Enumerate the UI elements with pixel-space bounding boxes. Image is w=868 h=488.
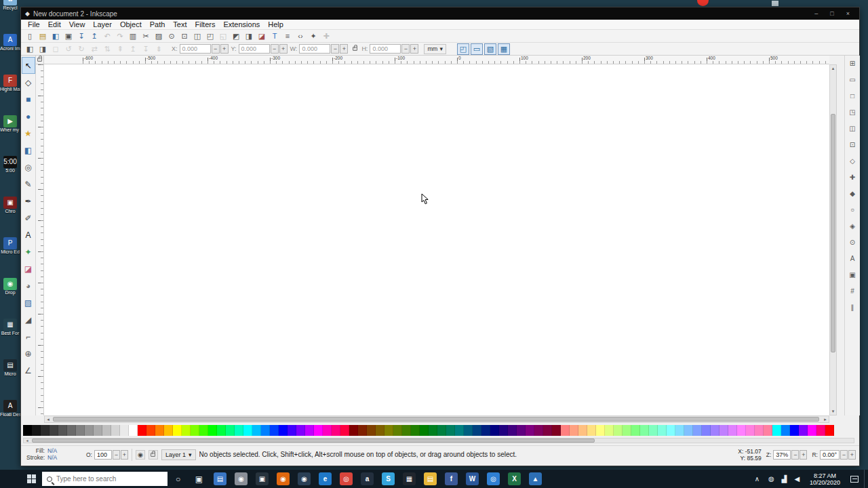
snap-cusp-nodes-button[interactable]: ◆ xyxy=(847,188,859,199)
color-swatch[interactable] xyxy=(526,425,534,436)
decrement-button[interactable]: − xyxy=(212,44,220,54)
color-swatch[interactable] xyxy=(173,425,182,436)
color-swatch[interactable] xyxy=(235,425,243,436)
color-swatch[interactable] xyxy=(50,425,58,436)
palette-scrollbar[interactable]: ◂ xyxy=(23,438,854,443)
facebook-app[interactable]: f xyxy=(441,470,462,488)
skype-app[interactable]: S xyxy=(378,470,399,488)
color-swatch[interactable] xyxy=(411,425,420,436)
zoom-page-button[interactable]: ⊡ xyxy=(178,30,191,41)
snap-bbox-midpoints-button[interactable]: ◫ xyxy=(847,123,859,134)
snap-object-centers-button[interactable]: ⊙ xyxy=(847,237,859,247)
menu-item[interactable]: File xyxy=(24,20,44,28)
maximize-button[interactable]: □ xyxy=(830,10,833,17)
y-input[interactable]: Y: 0.000 − + xyxy=(231,44,288,54)
amazon-app[interactable]: a xyxy=(357,470,378,488)
rectangle-tool[interactable]: ■ xyxy=(22,91,35,108)
affect-corners-button[interactable]: ▭ xyxy=(471,43,483,55)
color-swatch[interactable] xyxy=(737,425,746,436)
color-swatch[interactable] xyxy=(393,425,402,436)
color-swatch[interactable] xyxy=(825,425,834,436)
cortana-button[interactable]: ○ xyxy=(167,470,189,488)
close-button[interactable]: × xyxy=(846,10,850,17)
pen-tool[interactable]: ✒ xyxy=(22,192,35,209)
canvas[interactable] xyxy=(44,64,829,415)
color-swatch[interactable] xyxy=(164,425,173,436)
raise-button[interactable]: ↥ xyxy=(127,43,139,54)
snap-bbox-edges-button[interactable]: □ xyxy=(847,90,859,101)
file-explorer-app[interactable]: ▤ xyxy=(210,470,231,488)
opacity-input[interactable]: 100 xyxy=(94,450,112,460)
decrement-button[interactable]: − xyxy=(401,44,410,54)
zoom-drawing-button[interactable]: ⊙ xyxy=(165,30,178,41)
desktop-icon[interactable]: ◉ Drop xyxy=(0,278,20,296)
color-swatch[interactable] xyxy=(314,425,323,436)
task-view-button[interactable]: ▣ xyxy=(189,470,210,488)
raise-to-top-button[interactable]: ⇞ xyxy=(114,43,126,54)
desktop-icon[interactable]: ▶ Wher my t xyxy=(0,115,20,133)
color-swatch[interactable] xyxy=(332,425,340,436)
rotate-ccw-button[interactable]: ↺ xyxy=(62,43,75,54)
color-swatch[interactable] xyxy=(182,425,191,436)
open-document-button[interactable]: ▤ xyxy=(37,30,49,41)
taskbar-clock[interactable]: 8:27 AM 10/20/2020 xyxy=(805,472,845,486)
desktop-icon[interactable]: F Highli Main xyxy=(0,75,20,92)
decrement-button[interactable]: − xyxy=(331,44,339,54)
menu-item[interactable]: Extensions xyxy=(219,20,264,28)
start-button[interactable] xyxy=(20,470,42,488)
vertical-scrollbar-thumb[interactable] xyxy=(831,114,835,352)
layer-visibility-icon[interactable]: ◉ xyxy=(136,450,145,460)
increment-button[interactable]: + xyxy=(340,44,348,54)
zoom-tool[interactable]: ⊕ xyxy=(22,345,35,362)
color-swatch[interactable] xyxy=(552,425,561,436)
rotation-increase-button[interactable]: + xyxy=(848,450,856,460)
fill-stroke-indicator[interactable]: Fill: N/A Stroke: N/A xyxy=(24,448,83,461)
rotate-cw-button[interactable]: ↻ xyxy=(75,43,87,54)
color-swatch[interactable] xyxy=(243,425,252,436)
snap-page-border-button[interactable]: ▣ xyxy=(847,269,859,280)
layer-selector[interactable]: Layer 1 ▾ xyxy=(161,449,196,460)
snap-bbox-corners-button[interactable]: ◳ xyxy=(847,106,859,117)
select-all-button[interactable]: ◧ xyxy=(24,43,36,54)
color-swatch[interactable] xyxy=(543,425,552,436)
group-button[interactable]: ◩ xyxy=(230,30,242,41)
spiral-tool[interactable]: ◎ xyxy=(22,159,35,176)
spray-tool[interactable]: ✦ xyxy=(22,243,35,260)
snap-nodes-button[interactable]: ◇ xyxy=(847,155,859,166)
deselect-button[interactable]: ◻ xyxy=(50,43,62,54)
tray-status-icon[interactable]: ◍ xyxy=(765,470,778,488)
color-swatch[interactable] xyxy=(517,425,526,436)
color-swatch[interactable] xyxy=(296,425,305,436)
paste-button[interactable]: ▨ xyxy=(153,30,165,41)
color-swatch[interactable] xyxy=(67,425,76,436)
tray-chevron-icon[interactable]: ∧ xyxy=(751,470,764,488)
snap-bbox-centers-button[interactable]: ⊡ xyxy=(847,139,859,150)
color-swatch[interactable] xyxy=(111,425,120,436)
color-swatch[interactable] xyxy=(349,425,358,436)
color-swatch[interactable] xyxy=(587,425,596,436)
color-swatch[interactable] xyxy=(261,425,270,436)
desktop-icon[interactable]: ▣ Chro xyxy=(0,197,20,214)
opacity-increase-button[interactable]: + xyxy=(121,450,128,460)
color-swatch[interactable] xyxy=(667,425,675,436)
desktop-icon[interactable]: ▦ Best For xyxy=(0,319,20,336)
menu-item[interactable]: Edit xyxy=(44,20,65,28)
w-input[interactable]: W: 0.000 − + xyxy=(290,44,349,54)
ellipse-tool[interactable]: ● xyxy=(22,108,35,125)
color-swatch[interactable] xyxy=(614,425,623,436)
snap-bounding-box-button[interactable]: ▭ xyxy=(847,74,859,85)
palette-scrollbar-thumb[interactable] xyxy=(32,439,595,443)
menu-item[interactable]: View xyxy=(65,20,90,28)
menu-item[interactable]: Text xyxy=(169,20,191,28)
color-swatch[interactable] xyxy=(58,425,67,436)
color-swatch[interactable] xyxy=(102,425,111,436)
text-tool[interactable]: A xyxy=(22,226,35,243)
color-swatch[interactable] xyxy=(499,425,508,436)
color-swatch[interactable] xyxy=(561,425,570,436)
color-swatch[interactable] xyxy=(376,425,384,436)
measure-tool[interactable]: ∠ xyxy=(22,362,35,379)
zoom-out-button[interactable]: − xyxy=(791,450,799,460)
color-swatch[interactable] xyxy=(146,425,155,436)
print-button[interactable]: ▣ xyxy=(62,30,75,41)
palette-scroll-left-icon[interactable]: ◂ xyxy=(24,439,31,443)
